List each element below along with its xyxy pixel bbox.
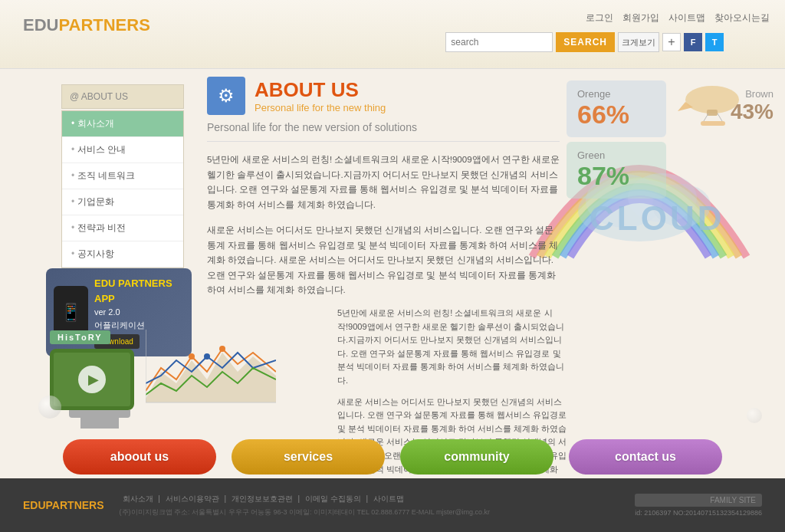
search-button[interactable]: SEARCH [556, 32, 615, 52]
history-label: HisToRY [50, 330, 110, 344]
orange-stat-card: Orenge 66% [567, 80, 666, 137]
footer-link-company[interactable]: 회사소개 [123, 494, 153, 503]
orange-label: Orenge [577, 88, 655, 100]
nav-community[interactable]: community [400, 439, 553, 475]
facebook-button[interactable]: F [684, 33, 702, 51]
gear-icon-box: ⚙ [207, 77, 245, 115]
header: EDUPARTNERS 로그인 회원가입 사이트맵 찾아오시는길 SEARCH … [0, 0, 785, 69]
tv-screen[interactable]: ▶ [50, 349, 134, 410]
main-content: ⚙ ABOUT US Personal life for the new thi… [207, 77, 560, 309]
footer-logo-partners: PARTNERS [46, 499, 104, 511]
green-value: 87% [577, 161, 655, 191]
logo-partners: PARTNERS [58, 15, 149, 34]
content-tagline: Personal life for the new version of sol… [207, 121, 560, 142]
sphere-left [38, 396, 61, 419]
font-plus-button[interactable]: + [662, 33, 681, 51]
footer-id: id: 2106397 NO:20140715132354129886 [635, 509, 762, 517]
logo: EDUPARTNERS [23, 15, 150, 35]
sidebar-header: @ ABOUT US [61, 84, 184, 109]
nav-about[interactable]: aboout us [63, 439, 216, 475]
about-subtitle: Personal life for the new thing [255, 102, 386, 113]
app-version: ver 2.0 [94, 306, 184, 319]
footer-address: (주)이미지링크앱 주소: 서울특별시 우우구 어능동 96-3 이메일: 이미… [120, 507, 620, 517]
twitter-button[interactable]: T [705, 33, 724, 51]
chart-area [146, 330, 276, 422]
brown-value: 43% [731, 100, 774, 124]
search-bar: SEARCH 크게보기 + F T [445, 32, 724, 52]
font-resize-button[interactable]: 크게보기 [618, 32, 659, 52]
svg-point-11 [189, 353, 195, 360]
nav-services[interactable]: services [232, 439, 385, 475]
sidebar-item-vision[interactable]: 전략과 비전 [62, 215, 183, 241]
cloud-label: CLOUD [590, 199, 724, 238]
footer-link-terms[interactable]: 서비스이용약관 [166, 494, 219, 503]
nav-register[interactable]: 회원가입 [622, 11, 659, 25]
gear-icon: ⚙ [218, 85, 235, 107]
about-title-group: ABOUT US Personal life for the new thing [255, 78, 386, 113]
sidebar-item-notice[interactable]: 공지사항 [62, 241, 183, 268]
footer-right: FAMILY SITE id: 2106397 NO:2014071513235… [635, 494, 762, 517]
nav-directions[interactable]: 찾아오시는길 [714, 11, 770, 25]
brown-label: Brown [731, 88, 774, 100]
brown-stat-card: Brown 43% [731, 88, 774, 124]
sidebar-item-services[interactable]: 서비스 안내 [62, 137, 183, 163]
sidebar: @ ABOUT US 회사소개 서비스 안내 조직 네트워크 기업문화 전략과 … [61, 84, 184, 268]
content-paragraph-2: 새로운 서비스는 어디서도 만나보지 못했던 신개념의 서비스입니다. 오랜 연… [207, 223, 560, 298]
sidebar-menu: 회사소개 서비스 안내 조직 네트워크 기업문화 전략과 비전 공지사항 [61, 110, 184, 268]
logo-edu: EDU [23, 15, 58, 34]
sphere-right [747, 408, 762, 423]
green-stat-card: Green 87% [567, 142, 666, 199]
nav-contact[interactable]: contact us [569, 439, 722, 475]
footer-logo: EDUPARTNERS [23, 499, 104, 511]
svg-point-13 [204, 353, 210, 360]
footer-link-email[interactable]: 이메일 수집동의 [305, 494, 361, 503]
play-button[interactable]: ▶ [78, 366, 106, 393]
orange-value: 66% [577, 100, 655, 130]
family-site-label[interactable]: FAMILY SITE [635, 494, 762, 507]
tv-stand-neck [80, 418, 119, 429]
content-paragraph-1: 5년만에 새로운 서비스의 런칭! 소셜네트워크의 새로운 시작!9009앱에서… [207, 153, 560, 212]
history-widget: HisToRY ▶ [50, 330, 149, 429]
nav-login[interactable]: 로그인 [586, 11, 613, 25]
nav-sitemap[interactable]: 사이트맵 [668, 11, 705, 25]
about-title: ABOUT US [255, 78, 386, 102]
stats-panel: Orenge 66% Green 87% Brown 43% CLOUD [567, 80, 774, 333]
desc-para-1: 5년만에 새로운 서비스의 런칭! 소셜네트워크의 새로운 시작!9009앱에서… [337, 307, 567, 388]
footer-links: 회사소개 | 서비스이용약관 | 개인정보보호관련 | 이메일 수집동의 | 사… [120, 494, 620, 517]
sidebar-item-culture[interactable]: 기업문화 [62, 189, 183, 215]
sidebar-item-company[interactable]: 회사소개 [62, 111, 183, 137]
top-nav: 로그인 회원가입 사이트맵 찾아오시는길 [586, 11, 770, 25]
footer-logo-edu: EDU [23, 499, 46, 511]
tv-stand-base [69, 410, 130, 418]
footer-link-sitemap[interactable]: 사이트맵 [373, 494, 404, 503]
footer-link-list: 회사소개 | 서비스이용약관 | 개인정보보호관련 | 이메일 수집동의 | 사… [120, 494, 620, 504]
footer: EDUPARTNERS 회사소개 | 서비스이용약관 | 개인정보보호관련 | … [0, 478, 785, 532]
footer-link-privacy[interactable]: 개인정보보호관련 [232, 494, 293, 503]
green-label: Green [577, 149, 655, 161]
search-input[interactable] [445, 32, 553, 52]
about-header: ⚙ ABOUT US Personal life for the new thi… [207, 77, 560, 115]
sidebar-item-network[interactable]: 조직 네트워크 [62, 163, 183, 189]
bottom-nav: aboout us services community contact us [0, 439, 785, 475]
app-name: EDU PARTNERS APP [94, 276, 184, 306]
svg-point-12 [219, 346, 225, 352]
